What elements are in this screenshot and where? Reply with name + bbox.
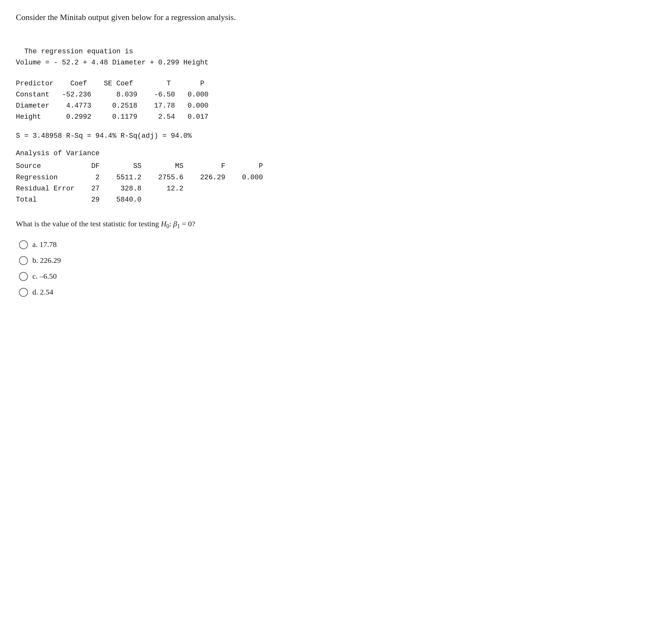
anova-label: Analysis of Variance — [16, 150, 333, 157]
options-list: a. 17.78 b. 226.29 c. –6.50 d. 2.54 — [19, 240, 333, 297]
radio-c[interactable] — [19, 272, 28, 281]
radio-d[interactable] — [19, 288, 28, 297]
option-c-label: c. –6.50 — [32, 272, 57, 281]
predictors-table: Predictor Coef SE Coef T P Constant -52.… — [16, 78, 333, 123]
radio-a[interactable] — [19, 240, 28, 249]
intro-text: Consider the Minitab output given below … — [16, 13, 333, 22]
option-b[interactable]: b. 226.29 — [19, 256, 333, 265]
stats-line: S = 3.48958 R-Sq = 94.4% R-Sq(adj) = 94.… — [16, 132, 333, 140]
anova-table: Source DF SS MS F P Regression 2 5511.2 … — [16, 161, 333, 205]
radio-b[interactable] — [19, 256, 28, 265]
option-a-label: a. 17.78 — [32, 240, 57, 249]
option-d[interactable]: d. 2.54 — [19, 288, 333, 297]
option-c[interactable]: c. –6.50 — [19, 272, 333, 281]
option-d-label: d. 2.54 — [32, 288, 53, 296]
option-a[interactable]: a. 17.78 — [19, 240, 333, 249]
option-b-label: b. 226.29 — [32, 256, 61, 265]
regression-label: The regression equation is Volume = - 52… — [16, 35, 333, 69]
question-text: What is the value of the test statistic … — [16, 218, 333, 231]
